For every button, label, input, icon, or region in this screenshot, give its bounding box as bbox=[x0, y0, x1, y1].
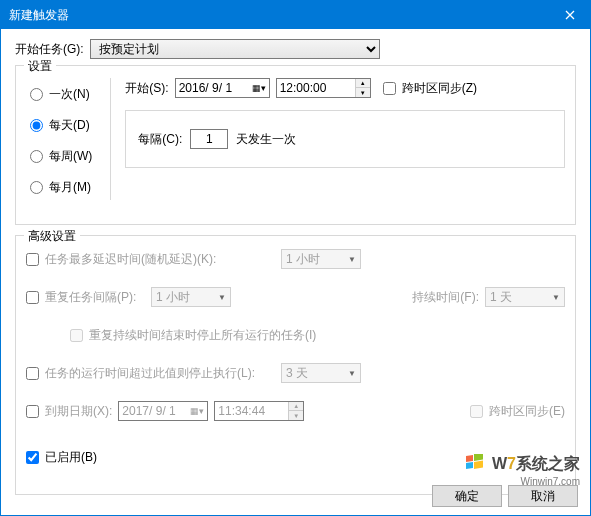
repeat-combo[interactable]: 1 小时▼ bbox=[151, 287, 231, 307]
duration-combo[interactable]: 1 天▼ bbox=[485, 287, 565, 307]
radio-weekly[interactable]: 每周(W) bbox=[30, 148, 92, 165]
begin-task-row: 开始任务(G): 按预定计划 bbox=[15, 39, 576, 59]
delay-checkbox[interactable] bbox=[26, 253, 39, 266]
chevron-down-icon: ▼ bbox=[552, 293, 560, 302]
start-time-picker[interactable]: 12:00:00 ▲▼ bbox=[276, 78, 371, 98]
expire-checkbox[interactable] bbox=[26, 405, 39, 418]
ok-button[interactable]: 确定 bbox=[432, 485, 502, 507]
svg-rect-1 bbox=[474, 454, 483, 461]
stop-after-repeat-checkbox bbox=[70, 329, 83, 342]
recur-box: 每隔(C): 天发生一次 bbox=[125, 110, 565, 168]
chevron-down-icon: ▼ bbox=[348, 369, 356, 378]
radio-monthly[interactable]: 每月(M) bbox=[30, 179, 92, 196]
radio-daily[interactable]: 每天(D) bbox=[30, 117, 92, 134]
start-label: 开始(S): bbox=[125, 80, 168, 97]
expire-date-picker[interactable]: 2017/ 9/ 1 ▦▾ bbox=[118, 401, 208, 421]
time-spinner[interactable]: ▲▼ bbox=[355, 79, 370, 97]
dialog-window: 新建触发器 开始任务(G): 按预定计划 设置 一次(N) 每天(D) 每周(W… bbox=[0, 0, 591, 516]
recurrence-radios: 一次(N) 每天(D) 每周(W) 每月(M) bbox=[26, 78, 96, 200]
repeat-checkbox[interactable] bbox=[26, 291, 39, 304]
svg-rect-2 bbox=[466, 462, 473, 469]
settings-fieldset: 设置 一次(N) 每天(D) 每周(W) 每月(M) 开始(S): 2016/ … bbox=[15, 65, 576, 225]
recur-suffix: 天发生一次 bbox=[236, 131, 296, 148]
sync-timezone-checkbox[interactable]: 跨时区同步(Z) bbox=[383, 80, 477, 97]
delay-label: 任务最多延迟时间(随机延迟)(K): bbox=[45, 251, 275, 268]
recur-input[interactable] bbox=[190, 129, 228, 149]
radio-once[interactable]: 一次(N) bbox=[30, 86, 92, 103]
watermark: W7系统之家 Winwin7.com bbox=[466, 454, 580, 487]
begin-task-select[interactable]: 按预定计划 bbox=[90, 39, 380, 59]
stop-if-label: 任务的运行时间超过此值则停止执行(L): bbox=[45, 365, 275, 382]
content-area: 开始任务(G): 按预定计划 设置 一次(N) 每天(D) 每周(W) 每月(M… bbox=[1, 29, 590, 515]
repeat-row: 重复任务间隔(P): 1 小时▼ 持续时间(F): 1 天▼ bbox=[26, 286, 565, 308]
recur-label: 每隔(C): bbox=[138, 131, 182, 148]
duration-label: 持续时间(F): bbox=[412, 289, 479, 306]
start-date-picker[interactable]: 2016/ 9/ 1 ▦▾ bbox=[175, 78, 270, 98]
stop-if-combo[interactable]: 3 天▼ bbox=[281, 363, 361, 383]
expire-sync-checkbox: 跨时区同步(E) bbox=[470, 400, 565, 422]
expire-row: 到期日期(X): 2017/ 9/ 1 ▦▾ 11:34:44 ▲▼ 跨时区同步… bbox=[26, 400, 565, 422]
titlebar: 新建触发器 bbox=[1, 1, 590, 29]
settings-legend: 设置 bbox=[24, 58, 56, 75]
calendar-icon: ▦▾ bbox=[252, 83, 266, 93]
cancel-button[interactable]: 取消 bbox=[508, 485, 578, 507]
stop-if-checkbox[interactable] bbox=[26, 367, 39, 380]
delay-combo[interactable]: 1 小时▼ bbox=[281, 249, 361, 269]
dialog-footer: 确定 取消 bbox=[432, 485, 578, 507]
svg-rect-0 bbox=[466, 455, 473, 462]
close-button[interactable] bbox=[550, 1, 590, 29]
window-title: 新建触发器 bbox=[9, 7, 582, 24]
stop-if-row: 任务的运行时间超过此值则停止执行(L): 3 天▼ bbox=[26, 362, 565, 384]
calendar-icon: ▦▾ bbox=[190, 406, 204, 416]
time-spinner[interactable]: ▲▼ bbox=[288, 402, 303, 420]
expire-time-picker[interactable]: 11:34:44 ▲▼ bbox=[214, 401, 304, 421]
enabled-label: 已启用(B) bbox=[45, 449, 97, 466]
windows-logo-icon bbox=[466, 454, 484, 476]
stop-after-repeat-row: 重复持续时间结束时停止所有运行的任务(I) bbox=[26, 324, 565, 346]
enabled-checkbox[interactable] bbox=[26, 451, 39, 464]
chevron-down-icon: ▼ bbox=[348, 255, 356, 264]
advanced-legend: 高级设置 bbox=[24, 228, 80, 245]
close-icon bbox=[565, 10, 575, 20]
expire-label: 到期日期(X): bbox=[45, 403, 112, 420]
delay-row: 任务最多延迟时间(随机延迟)(K): 1 小时▼ bbox=[26, 248, 565, 270]
chevron-down-icon: ▼ bbox=[218, 293, 226, 302]
svg-rect-3 bbox=[474, 461, 483, 469]
start-row: 开始(S): 2016/ 9/ 1 ▦▾ 12:00:00 ▲▼ 跨时区同步(Z… bbox=[125, 78, 565, 98]
stop-after-repeat-label: 重复持续时间结束时停止所有运行的任务(I) bbox=[89, 327, 316, 344]
begin-task-label: 开始任务(G): bbox=[15, 41, 84, 58]
repeat-label: 重复任务间隔(P): bbox=[45, 289, 145, 306]
